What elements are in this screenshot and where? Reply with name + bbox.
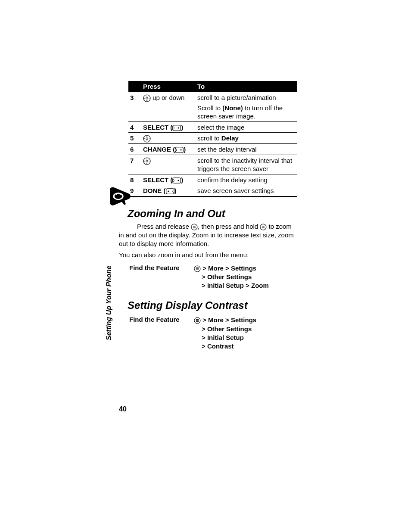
instruction-table: Press To 3 up or down scroll to a pictur…	[128, 81, 297, 197]
left-softkey-icon	[166, 188, 174, 194]
svg-rect-14	[166, 189, 174, 194]
press-cell	[141, 155, 196, 174]
feature-icon	[108, 186, 132, 212]
menu-key-icon	[194, 317, 201, 324]
svg-point-15	[168, 190, 169, 192]
ftf-path: > More > Settings > Other Settings > Ini…	[194, 264, 269, 290]
to-cell: select the image	[196, 121, 297, 133]
press-cell	[141, 133, 196, 144]
svg-rect-19	[193, 227, 196, 228]
svg-rect-12	[173, 177, 181, 183]
step-num: 6	[128, 144, 141, 155]
right-softkey-icon	[172, 125, 181, 131]
svg-point-13	[178, 180, 179, 181]
svg-rect-31	[196, 321, 199, 322]
step-num: 8	[128, 174, 141, 185]
svg-rect-26	[196, 268, 199, 269]
to-cell: set the delay interval	[196, 144, 297, 155]
to-cell: scroll to the inactivity interval that t…	[196, 155, 297, 174]
ftf-path: > More > Settings > Other Settings > Ini…	[194, 316, 256, 351]
nav-key-icon	[143, 135, 151, 143]
zoom-paragraph-2: You can also zoom in and out from the me…	[119, 251, 296, 259]
manual-page: Setting Up Your Phone 40 Press To 3 up o…	[0, 0, 411, 532]
svg-rect-27	[196, 269, 199, 270]
svg-rect-18	[193, 227, 196, 227]
ftf-label: Find the Feature	[129, 316, 194, 323]
svg-rect-8	[175, 147, 184, 153]
press-cell: SELECT ()	[141, 121, 196, 133]
to-cell: confirm the delay setting	[196, 174, 297, 185]
table-row: 9 DONE () save screen saver settings	[128, 185, 297, 197]
svg-rect-21	[262, 226, 265, 226]
press-cell: CHANGE ()	[141, 144, 196, 155]
table-row: 5 scroll to Delay	[128, 133, 297, 144]
col-to: To	[196, 81, 297, 92]
zoom-paragraph-1: Press and release , then press and hold …	[119, 222, 296, 249]
press-cell: up or down	[141, 92, 196, 122]
step-num: 7	[128, 155, 141, 174]
to-cell: scroll to a picture/animation Scroll to …	[196, 92, 297, 122]
find-the-feature-zoom: Find the Feature > More > Settings > Oth…	[119, 264, 296, 290]
right-softkey-icon	[175, 147, 184, 153]
menu-key-icon	[194, 265, 201, 272]
table-row: 8 SELECT () confirm the delay setting	[128, 174, 297, 185]
zoom-heading: Zooming In and Out	[128, 208, 296, 220]
step-num: 3	[128, 92, 141, 122]
find-the-feature-contrast: Find the Feature > More > Settings > Oth…	[119, 316, 296, 351]
to-cell: scroll to Delay	[196, 133, 297, 144]
step-num: 5	[128, 133, 141, 144]
svg-rect-17	[193, 226, 196, 226]
svg-rect-30	[196, 320, 199, 321]
ftf-label: Find the Feature	[129, 264, 194, 271]
press-text: up or down	[151, 94, 184, 101]
section-side-label: Setting Up Your Phone	[105, 266, 113, 340]
svg-point-1	[115, 194, 122, 199]
svg-rect-29	[196, 319, 199, 320]
svg-rect-22	[262, 227, 265, 227]
svg-point-9	[181, 149, 182, 150]
right-softkey-icon	[172, 177, 181, 184]
table-row: 4 SELECT () select the image	[128, 121, 297, 133]
page-number: 40	[119, 405, 127, 413]
to-cell: save screen saver settings	[196, 185, 297, 197]
table-row: 3 up or down scroll to a picture/animati…	[128, 92, 297, 122]
svg-rect-23	[262, 227, 265, 228]
press-cell: SELECT ()	[141, 174, 196, 185]
svg-point-3	[146, 97, 148, 100]
menu-key-icon	[260, 224, 267, 230]
svg-rect-25	[196, 268, 199, 268]
step-num: 4	[128, 121, 141, 133]
svg-point-5	[178, 127, 179, 128]
col-press: Press	[141, 81, 196, 92]
press-cell: DONE ()	[141, 185, 196, 197]
nav-key-icon	[143, 94, 151, 102]
svg-point-11	[146, 160, 148, 162]
contrast-heading: Setting Display Contrast	[128, 299, 296, 311]
col-step	[128, 81, 141, 92]
nav-key-icon	[143, 157, 151, 165]
svg-rect-4	[173, 125, 181, 131]
menu-key-icon	[191, 224, 198, 230]
svg-point-7	[146, 138, 148, 140]
table-row: 6 CHANGE () set the delay interval	[128, 144, 297, 155]
table-row: 7 scroll to the inactivity interval that…	[128, 155, 297, 174]
